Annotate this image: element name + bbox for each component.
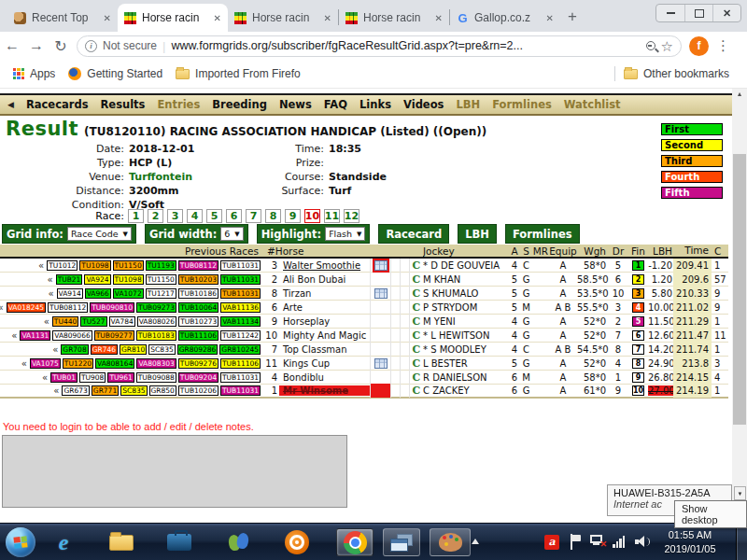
race-code-chip[interactable]: TUB09088 — [136, 372, 176, 383]
race-button-4[interactable]: 4 — [187, 209, 203, 223]
horse-name[interactable]: Mighty And Magic — [279, 330, 370, 341]
tab-close-icon[interactable]: ✕ — [214, 13, 221, 23]
tab-horse-racing-3[interactable]: Horse racin ✕ — [339, 4, 449, 32]
action-center-flag-icon[interactable] — [570, 534, 583, 550]
race-code-chip[interactable]: TU1217 — [146, 288, 176, 299]
tab-close-icon[interactable]: ✕ — [435, 13, 443, 23]
prev-races-expand-icon[interactable]: « — [42, 372, 48, 383]
race-button-8[interactable]: 8 — [265, 209, 281, 223]
page-scrollbar[interactable]: ▼ ▼ — [732, 89, 747, 523]
horse-name[interactable]: Bondiblu — [279, 372, 370, 383]
race-code-chip[interactable]: TUB10206 — [178, 385, 218, 396]
nav-item-breeding[interactable]: Breeding — [212, 98, 267, 111]
photo-viewer-button[interactable] — [383, 528, 420, 556]
race-code-chip[interactable]: GR810245 — [219, 344, 261, 355]
race-code-chip[interactable]: VA809066 — [52, 330, 92, 341]
race-code-chip[interactable]: TU1150 — [113, 260, 144, 271]
race-code-chip[interactable]: GR810 — [120, 344, 147, 355]
grid-icon[interactable] — [374, 358, 388, 369]
prev-races-expand-icon[interactable]: « — [48, 288, 53, 299]
race-code-chip[interactable]: VA924 — [84, 274, 110, 285]
nav-item-videos[interactable]: Videos — [403, 98, 444, 111]
file-explorer-button[interactable] — [106, 528, 136, 556]
race-button-2[interactable]: 2 — [148, 209, 163, 223]
paint-button[interactable] — [430, 528, 471, 556]
race-code-chip[interactable]: SC835 — [120, 385, 147, 396]
race-button-5[interactable]: 5 — [206, 209, 222, 223]
tab-close-icon[interactable]: ✕ — [546, 13, 554, 23]
race-code-chip[interactable]: TUB09204 — [178, 372, 218, 383]
nav-item-formlines[interactable]: Formlines — [492, 98, 552, 111]
jockey-name[interactable]: C ZACKEY — [423, 385, 509, 396]
race-code-chip[interactable]: TU908 — [79, 372, 106, 383]
race-code-chip[interactable]: TUB11031 — [220, 260, 261, 271]
jockey-name[interactable]: * L HEWITSON — [423, 330, 509, 341]
notes-textarea[interactable] — [2, 435, 347, 508]
race-code-chip[interactable]: VA784 — [109, 316, 135, 327]
prev-races-expand-icon[interactable]: « — [38, 260, 44, 271]
race-code-chip[interactable]: VA914 — [57, 288, 83, 299]
show-desktop-button[interactable] — [736, 524, 747, 560]
jockey-name[interactable]: M YENI — [423, 316, 509, 327]
race-code-chip[interactable]: SC835 — [148, 344, 175, 355]
address-bar[interactable]: i Not secure | www.formgrids.org/subscri… — [77, 35, 682, 57]
tab-horse-racing-active[interactable]: Horse racin ✕ — [118, 4, 228, 32]
comment-icon[interactable]: C — [410, 287, 423, 300]
volume-icon[interactable] — [635, 536, 652, 548]
race-code-chip[interactable]: VA966 — [85, 288, 111, 299]
race-code-chip[interactable]: TUB10203 — [178, 274, 218, 285]
race-code-chip[interactable]: TUB08112 — [178, 260, 218, 271]
race-code-chip[interactable]: VA1075 — [30, 358, 61, 369]
race-code-chip[interactable]: TUB01 — [50, 372, 78, 383]
prev-races-expand-icon[interactable]: « — [53, 385, 59, 396]
race-code-chip[interactable]: TUB10064 — [178, 302, 218, 313]
race-code-chip[interactable]: VAB11136 — [220, 302, 261, 313]
race-code-chip[interactable]: TU1098 — [113, 274, 144, 285]
horse-name[interactable]: Horseplay — [279, 316, 370, 327]
race-code-chip[interactable]: TUB09277 — [94, 330, 134, 341]
tab-close-icon[interactable]: ✕ — [104, 13, 111, 23]
race-code-chip[interactable]: GR746 — [91, 344, 118, 355]
scroll-up-icon[interactable]: ▼ — [732, 89, 747, 102]
race-code-chip[interactable]: VA808303 — [136, 358, 176, 369]
nav-back-icon[interactable]: ◀ — [7, 100, 14, 109]
grid-width-select[interactable]: 6 ▼ — [220, 227, 243, 241]
race-code-chip[interactable]: GR809286 — [177, 344, 218, 355]
nav-item-results[interactable]: Results — [100, 98, 145, 111]
race-code-chip[interactable]: TUB21 — [56, 274, 83, 285]
tooltip-dropdown-icon[interactable]: ▼ — [734, 486, 746, 500]
form-grid-cell[interactable] — [370, 357, 390, 371]
jockey-name[interactable]: * S MOODLEY — [423, 344, 509, 355]
nav-item-watchlist[interactable]: Watchlist — [564, 98, 621, 111]
race-button-11[interactable]: 11 — [324, 209, 340, 223]
grid-icon[interactable] — [374, 288, 388, 299]
race-code-chip[interactable]: TUB11031 — [220, 288, 261, 299]
comment-icon[interactable]: C — [410, 273, 423, 286]
bookmark-getting-started[interactable]: Getting Started — [68, 67, 162, 80]
start-button[interactable] — [6, 527, 35, 557]
url-text[interactable]: www.formgrids.org/subscriber/fgRaceResul… — [171, 39, 640, 52]
prev-races-expand-icon[interactable]: « — [11, 330, 17, 341]
prev-races-expand-icon[interactable]: « — [52, 344, 58, 355]
race-button-3[interactable]: 3 — [167, 209, 183, 223]
scrollbar-thumb[interactable] — [733, 154, 746, 425]
chrome-menu-icon[interactable]: ⋮ — [716, 37, 730, 54]
signal-strength-icon[interactable] — [613, 535, 627, 548]
new-tab-button[interactable]: + — [560, 5, 585, 29]
race-code-chip[interactable]: TU1150 — [146, 274, 176, 285]
race-code-chip[interactable]: VA1072 — [113, 288, 144, 299]
wheel-app-button[interactable] — [282, 528, 312, 556]
race-code-chip[interactable]: TUB11106 — [178, 330, 218, 341]
tab-gallop[interactable]: G Gallop.co.z ✕ — [450, 4, 560, 32]
race-code-chip[interactable]: GR708 — [61, 344, 88, 355]
race-code-chip[interactable]: TUB10186 — [178, 288, 218, 299]
restore-button[interactable] — [684, 5, 712, 21]
formlines-button[interactable]: Formlines — [505, 224, 580, 244]
race-code-chip[interactable]: TUB10273 — [178, 316, 218, 327]
race-code-chip[interactable]: TU527 — [80, 316, 106, 327]
prev-races-expand-icon[interactable]: « — [44, 316, 49, 327]
prev-races-expand-icon[interactable]: « — [0, 302, 4, 313]
race-code-chip[interactable]: TUB09273 — [136, 302, 176, 313]
nav-item-links[interactable]: Links — [359, 98, 391, 111]
race-code-chip[interactable]: GR673 — [62, 385, 89, 396]
